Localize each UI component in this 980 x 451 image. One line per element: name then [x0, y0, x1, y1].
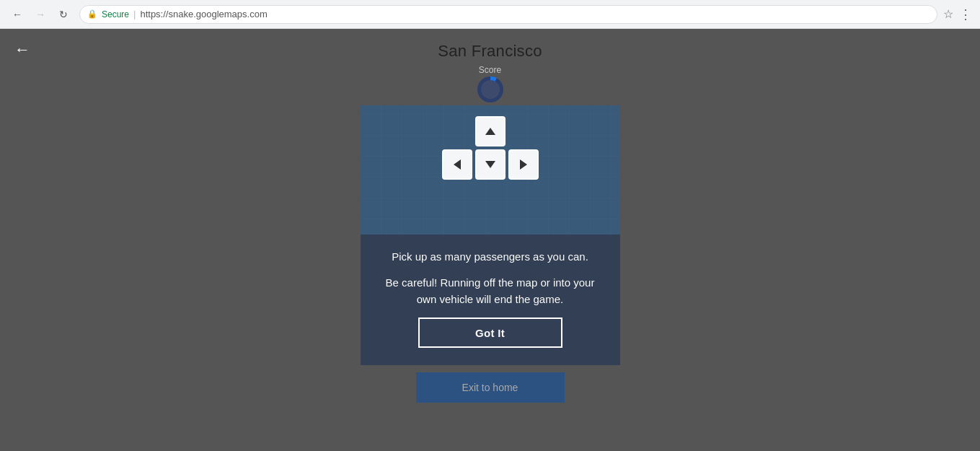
score-inner	[481, 80, 500, 99]
down-button[interactable]	[475, 149, 506, 180]
got-it-button[interactable]: Got It	[418, 318, 562, 348]
controls-row-top	[475, 116, 506, 146]
arrow-controls	[442, 116, 539, 180]
right-button[interactable]	[508, 149, 539, 180]
city-title: San Francisco	[438, 42, 542, 61]
page-back-button[interactable]: ←	[14, 42, 30, 58]
bookmark-button[interactable]: ☆	[943, 7, 953, 21]
secure-label: Secure	[102, 9, 129, 19]
url-text: https://snake.googlemaps.com	[140, 9, 267, 19]
page-content: ← San Francisco Score	[0, 29, 980, 451]
down-icon	[485, 161, 495, 168]
right-icon	[520, 159, 527, 170]
game-container: Pick up as many passengers as you can. B…	[361, 105, 620, 365]
back-button[interactable]: ←	[7, 4, 27, 25]
browser-chrome: ← → ↻ 🔒 Secure | https://snake.googlemap…	[0, 0, 980, 29]
score-circle	[477, 76, 503, 102]
left-icon	[454, 159, 461, 170]
left-button[interactable]	[442, 149, 472, 180]
instruction-line1: Pick up as many passengers as you can.	[392, 249, 588, 266]
up-button[interactable]	[475, 116, 506, 146]
nav-buttons: ← → ↻	[7, 4, 74, 25]
menu-button[interactable]: ⋮	[959, 6, 973, 22]
score-area: Score	[477, 65, 503, 102]
instruction-line2: Be careful! Running off the map or into …	[382, 275, 599, 307]
exit-to-home-button[interactable]: Exit to home	[416, 372, 565, 403]
instruction-overlay: Pick up as many passengers as you can. B…	[361, 235, 620, 366]
separator: |	[133, 9, 136, 19]
up-icon	[485, 128, 495, 135]
forward-button[interactable]: →	[30, 4, 50, 25]
reload-button[interactable]: ↻	[53, 4, 74, 25]
score-label: Score	[479, 65, 501, 75]
lock-icon: 🔒	[87, 9, 97, 19]
address-bar[interactable]: 🔒 Secure | https://snake.googlemaps.com	[79, 5, 937, 24]
controls-row-middle	[442, 149, 539, 180]
